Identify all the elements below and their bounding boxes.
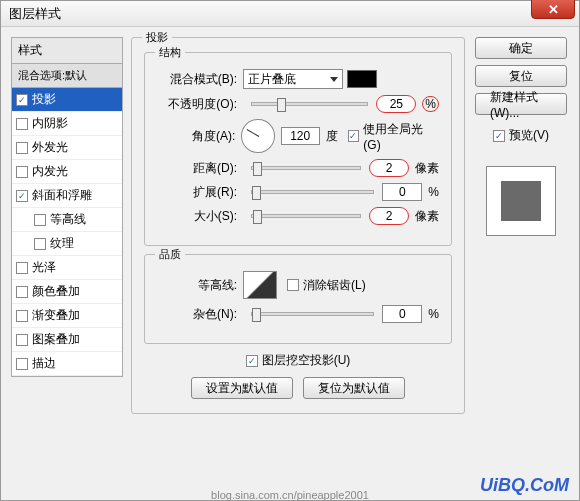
- style-item-label: 颜色叠加: [32, 283, 80, 300]
- style-item-label: 图案叠加: [32, 331, 80, 348]
- spread-input[interactable]: 0: [382, 183, 422, 201]
- style-checkbox[interactable]: [16, 166, 28, 178]
- noise-label: 杂色(N):: [157, 306, 243, 323]
- knockout-label: 图层挖空投影(U): [262, 352, 351, 369]
- preview-label: 预览(V): [509, 127, 549, 144]
- opacity-slider[interactable]: [251, 102, 368, 106]
- distance-input[interactable]: 2: [369, 159, 409, 177]
- preview-checkbox[interactable]: [493, 130, 505, 142]
- preview-swatch: [501, 181, 541, 221]
- blend-mode-select[interactable]: 正片叠底: [243, 69, 343, 89]
- style-item[interactable]: 外发光: [12, 136, 122, 160]
- size-slider[interactable]: [251, 214, 361, 218]
- new-style-button[interactable]: 新建样式(W)...: [475, 93, 567, 115]
- style-item-label: 描边: [32, 355, 56, 372]
- style-checkbox[interactable]: [16, 262, 28, 274]
- style-checkbox[interactable]: [16, 118, 28, 130]
- style-item[interactable]: 图案叠加: [12, 328, 122, 352]
- style-item-label: 斜面和浮雕: [32, 187, 92, 204]
- spread-label: 扩展(R):: [157, 184, 243, 201]
- quality-group: 品质 等高线: 消除锯齿(L) 杂色(N): 0 %: [144, 254, 452, 344]
- style-item-label: 投影: [32, 91, 56, 108]
- style-checkbox[interactable]: [16, 190, 28, 202]
- drop-shadow-legend: 投影: [142, 30, 172, 45]
- style-item[interactable]: 投影: [12, 88, 122, 112]
- antialias-checkbox[interactable]: [287, 279, 299, 291]
- preview-box: [486, 166, 556, 236]
- blend-options-default[interactable]: 混合选项:默认: [11, 64, 123, 88]
- titlebar: 图层样式 ✕: [1, 1, 579, 27]
- right-buttons: 确定 复位 新建样式(W)... 预览(V): [473, 37, 569, 476]
- style-checkbox[interactable]: [34, 238, 46, 250]
- cancel-button[interactable]: 复位: [475, 65, 567, 87]
- style-item[interactable]: 渐变叠加: [12, 304, 122, 328]
- knockout-checkbox[interactable]: [246, 355, 258, 367]
- style-checkbox[interactable]: [16, 334, 28, 346]
- style-item-label: 渐变叠加: [32, 307, 80, 324]
- structure-group: 结构 混合模式(B): 正片叠底 不透明度(O): 25 % 角度(A):: [144, 52, 452, 246]
- style-item[interactable]: 描边: [12, 352, 122, 376]
- style-checkbox[interactable]: [34, 214, 46, 226]
- opacity-input[interactable]: 25: [376, 95, 416, 113]
- style-checkbox[interactable]: [16, 142, 28, 154]
- set-default-button[interactable]: 设置为默认值: [191, 377, 293, 399]
- shadow-color-swatch[interactable]: [347, 70, 377, 88]
- style-item[interactable]: 颜色叠加: [12, 280, 122, 304]
- style-item-label: 光泽: [32, 259, 56, 276]
- distance-label: 距离(D):: [157, 160, 243, 177]
- style-item[interactable]: 光泽: [12, 256, 122, 280]
- close-button[interactable]: ✕: [531, 0, 575, 19]
- style-checkbox[interactable]: [16, 94, 28, 106]
- antialias-label: 消除锯齿(L): [303, 277, 366, 294]
- spread-slider[interactable]: [251, 190, 374, 194]
- contour-label: 等高线:: [157, 277, 243, 294]
- styles-panel: 样式 混合选项:默认 投影内阴影外发光内发光斜面和浮雕等高线纹理光泽颜色叠加渐变…: [11, 37, 123, 476]
- noise-input[interactable]: 0: [382, 305, 422, 323]
- style-item-label: 内发光: [32, 163, 68, 180]
- angle-dial[interactable]: [241, 119, 274, 153]
- size-label: 大小(S):: [157, 208, 243, 225]
- style-item[interactable]: 斜面和浮雕: [12, 184, 122, 208]
- style-item-label: 纹理: [50, 235, 74, 252]
- use-global-light-label: 使用全局光(G): [363, 121, 439, 152]
- noise-slider[interactable]: [251, 312, 374, 316]
- style-checkbox[interactable]: [16, 310, 28, 322]
- style-item-label: 外发光: [32, 139, 68, 156]
- opacity-label: 不透明度(O):: [157, 96, 243, 113]
- ok-button[interactable]: 确定: [475, 37, 567, 59]
- angle-input[interactable]: 120: [281, 127, 320, 145]
- source-url: blog.sina.com.cn/pineapple2001: [0, 489, 580, 501]
- window-title: 图层样式: [9, 5, 61, 23]
- chevron-down-icon: [330, 77, 338, 82]
- styles-header: 样式: [11, 37, 123, 64]
- settings-panel: 投影 结构 混合模式(B): 正片叠底 不透明度(O): 25 %: [131, 37, 465, 476]
- drop-shadow-group: 投影 结构 混合模式(B): 正片叠底 不透明度(O): 25 %: [131, 37, 465, 414]
- blend-mode-label: 混合模式(B):: [157, 71, 243, 88]
- contour-picker[interactable]: [243, 271, 277, 299]
- style-checkbox[interactable]: [16, 358, 28, 370]
- size-input[interactable]: 2: [369, 207, 409, 225]
- use-global-light-checkbox[interactable]: [348, 130, 360, 142]
- distance-slider[interactable]: [251, 166, 361, 170]
- style-item[interactable]: 等高线: [12, 208, 122, 232]
- style-item[interactable]: 内阴影: [12, 112, 122, 136]
- style-checkbox[interactable]: [16, 286, 28, 298]
- reset-default-button[interactable]: 复位为默认值: [303, 377, 405, 399]
- style-item[interactable]: 内发光: [12, 160, 122, 184]
- style-item-label: 等高线: [50, 211, 86, 228]
- style-item[interactable]: 纹理: [12, 232, 122, 256]
- style-item-label: 内阴影: [32, 115, 68, 132]
- angle-label: 角度(A):: [157, 128, 241, 145]
